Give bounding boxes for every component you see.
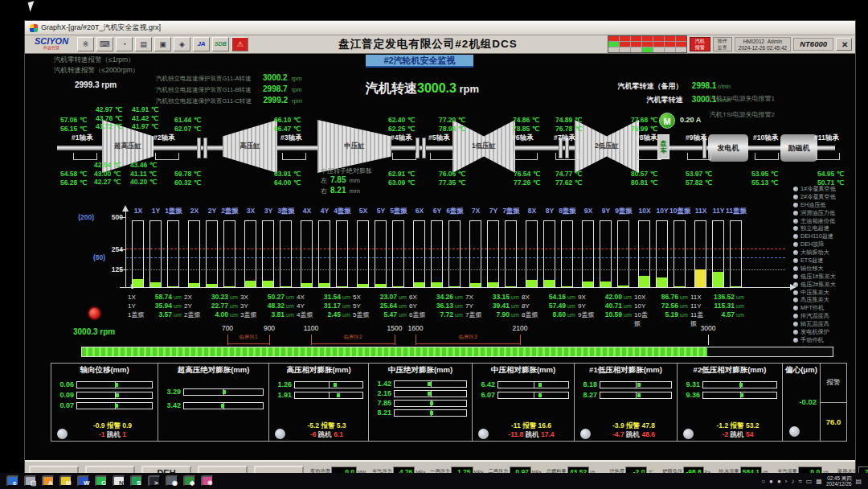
graphx-window: GraphX-[gra/#20T_汽机安全监视.grx] SCIYON 科远智慧… bbox=[24, 20, 856, 473]
vib-bar-1Y bbox=[149, 220, 162, 288]
lp1-cylinder-label: 1低压缸 bbox=[472, 142, 496, 151]
bearing-2-label: #2轴承 bbox=[154, 134, 174, 143]
chevron-icon[interactable]: › bbox=[785, 478, 788, 485]
panel-7-alarm-limits: -1.2 报警 53.2 bbox=[694, 421, 782, 430]
panel-led-icon bbox=[789, 426, 800, 437]
vib-value-6X: 6X34.26um bbox=[409, 293, 465, 301]
volume-icon[interactable]: ♪ bbox=[791, 478, 794, 485]
printer-icon[interactable]: ▤ bbox=[135, 37, 152, 51]
overspeed-line-2: 汽机独立电超速保护装置G11-B转速2998.7rpm bbox=[156, 84, 302, 96]
sdb-logo-icon[interactable]: SDB bbox=[212, 37, 229, 51]
keyboard-icon[interactable]: ⌨ bbox=[96, 37, 113, 51]
vib-value-10Y: 10Y72.56um bbox=[634, 302, 690, 310]
title-bar[interactable]: GraphX-[gra/#20T_汽机安全监视.grx] bbox=[25, 21, 855, 35]
vib-value-4盖振: 4盖振2.45um bbox=[297, 310, 353, 319]
panel-led-icon bbox=[478, 429, 489, 439]
panel-6-alarm-limits: -3.9 报警 47.8 bbox=[591, 421, 677, 430]
panel-7-trip-limits: -2 跳机 54 bbox=[694, 430, 782, 439]
bearing-5-label: #5轴承 bbox=[428, 134, 449, 143]
vib-bar-1X bbox=[132, 220, 144, 288]
status-led-icon bbox=[793, 282, 798, 287]
vib-bar-6Y bbox=[431, 220, 443, 288]
vib-value-3盖振: 3盖振3.81um bbox=[240, 310, 297, 319]
spreadsheet-icon[interactable]: S bbox=[130, 475, 143, 487]
status-green-icon[interactable]: ● bbox=[769, 478, 773, 485]
vib-bar-8Y bbox=[543, 220, 555, 288]
mail-icon[interactable]: M bbox=[59, 475, 72, 487]
status-item-2: 2#冷凝真空低 bbox=[793, 193, 854, 201]
model-icon[interactable]: ◆ bbox=[183, 475, 196, 487]
status-blue-icon[interactable]: ● bbox=[777, 478, 781, 485]
panel-4-row-1: 1.42 bbox=[372, 380, 467, 388]
taskbar-clock[interactable]: 02:45 周四 2024/12/26 bbox=[826, 475, 852, 487]
vib-bar-1盖振 bbox=[167, 220, 179, 288]
turbine-alarm-box[interactable]: 汽机 报警 bbox=[690, 37, 710, 51]
chart-ytick-1: (200) bbox=[73, 213, 94, 221]
monitor-icon[interactable]: ▣ bbox=[154, 37, 171, 51]
status-led-icon bbox=[793, 242, 798, 247]
system-tray: ○●●›♪≈▭▦ bbox=[761, 478, 822, 485]
bearing-1-temps-bottom: 54.58 ℃56.28 ℃ bbox=[60, 170, 87, 187]
status-led-icon bbox=[793, 306, 798, 310]
status-item-5: 主油箱液位低 bbox=[793, 217, 854, 225]
browser-icon[interactable]: e bbox=[6, 475, 19, 487]
status-item-3: EH油压低 bbox=[793, 201, 854, 209]
uhp-temp-col-3: 42.54 ℃43.00 ℃42.27 ℃ bbox=[94, 161, 121, 187]
ip-cylinder-label: 中压缸 bbox=[344, 142, 365, 151]
network-icon[interactable]: ≈ bbox=[798, 478, 801, 485]
vib-value-5Y: 5Y25.64um bbox=[353, 302, 409, 310]
vib-value-8盖振: 8盖振8.60um bbox=[522, 310, 578, 319]
vib-bar-10X bbox=[638, 220, 650, 288]
bearing-3-temps-top: 66.10 ℃66.47 ℃ bbox=[274, 116, 301, 133]
mode-box[interactable]: 操作 监查 bbox=[713, 37, 732, 51]
grid-icon[interactable]: ▦ bbox=[816, 478, 822, 485]
vib-bar-4盖振 bbox=[336, 220, 348, 288]
panel-1-row-2: 0.09 bbox=[55, 391, 153, 399]
app-orange-icon[interactable]: A bbox=[42, 475, 55, 487]
lp2-cylinder: 2低压缸 bbox=[575, 120, 639, 173]
alarm-bell-icon[interactable]: ⚠ bbox=[231, 37, 248, 51]
panel-4-row-3: 7.85 bbox=[372, 399, 467, 407]
panel-1-alarm-limits: -0.9 报警 0.9 bbox=[68, 421, 158, 430]
sciyon-logo: SCIYON 科远智慧 bbox=[28, 38, 75, 51]
panel-5-trip-limits: -11.8 跳机 17.4 bbox=[489, 430, 574, 439]
vib-bar-3X bbox=[244, 220, 256, 288]
panel-8-title: 偏心(μm) bbox=[783, 365, 820, 376]
writer-icon[interactable]: W bbox=[77, 475, 90, 487]
panel-4-row-4: 8.21 bbox=[372, 409, 467, 417]
vib-value-4X: 4X31.54um bbox=[297, 293, 353, 301]
vib-bar-4Y bbox=[318, 220, 330, 288]
alarm-cell-2-5 bbox=[665, 47, 675, 52]
bearing-10-bracket bbox=[755, 153, 779, 160]
notes-icon[interactable]: N bbox=[113, 475, 125, 487]
vib-value-11Y: 11Y115.31um bbox=[690, 302, 747, 310]
bearing-5-temps-bottom: 76.06 ℃77.35 ℃ bbox=[439, 170, 465, 187]
camera-icon[interactable]: ◉ bbox=[166, 475, 178, 487]
vib-value-9盖振: 9盖振10.59um bbox=[578, 310, 634, 319]
vib-value-1Y: 1Y35.94um bbox=[128, 302, 184, 310]
vib-value-1X: 1X58.74um bbox=[128, 293, 184, 301]
alarm-cell-0-5 bbox=[665, 36, 675, 41]
uhp-temp-col-2: 41.91 ℃41.42 ℃41.97 ℃ bbox=[132, 105, 158, 131]
display-icon[interactable]: ▭ bbox=[806, 478, 813, 485]
search-icon[interactable]: ○ bbox=[761, 478, 765, 485]
photos-icon[interactable]: ❈ bbox=[201, 475, 214, 487]
clock-icon[interactable]: ◔ bbox=[116, 37, 133, 51]
files-icon[interactable]: ▢ bbox=[24, 475, 37, 487]
panel-3-trip-limits: -6 跳机 6.1 bbox=[285, 430, 368, 439]
rpm-tick-3000: 3000 bbox=[696, 324, 720, 332]
users-icon[interactable]: ※ bbox=[77, 37, 94, 51]
terminal-icon[interactable]: > bbox=[148, 475, 161, 487]
bearing-6-label: #6轴承 bbox=[512, 134, 533, 143]
panel-led-icon bbox=[580, 429, 591, 439]
panel-2-row-1: 3.29 bbox=[162, 388, 264, 396]
bearing-9-label: #9轴承 bbox=[686, 134, 706, 143]
panel-2-title: 超高压绝对膨胀(mm) bbox=[158, 365, 268, 376]
book-icon[interactable]: ◈ bbox=[174, 37, 190, 51]
notification-bell-icon[interactable]: ▤ bbox=[855, 478, 862, 485]
bearing-1-temps-top: 57.06 ℃56.15 ℃ bbox=[60, 116, 87, 133]
chat-icon[interactable]: C bbox=[95, 475, 108, 487]
ja-logo-icon[interactable]: JA bbox=[193, 37, 210, 51]
exciter: 励磁机 bbox=[780, 134, 817, 162]
close-button[interactable]: ✕ bbox=[836, 38, 852, 51]
